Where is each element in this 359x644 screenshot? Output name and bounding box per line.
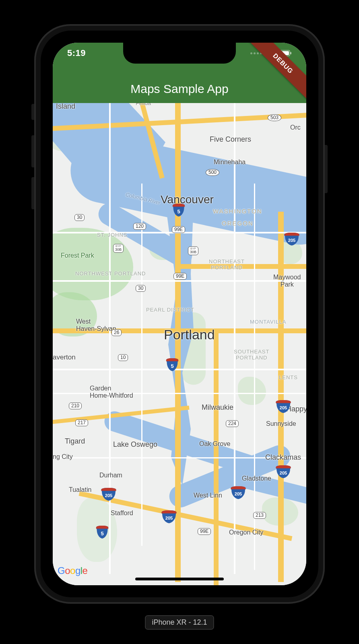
google-attribution: Google bbox=[58, 565, 87, 576]
wifi-icon bbox=[265, 50, 275, 57]
shield-217: 217 bbox=[75, 419, 88, 426]
home-indicator[interactable] bbox=[135, 578, 224, 580]
shield-i205-c: 205 bbox=[275, 465, 292, 478]
shield-i205-b: 205 bbox=[275, 400, 292, 413]
shield-99e-c: 99E bbox=[198, 528, 211, 535]
phone-bezel: Maps Sample App bbox=[41, 31, 318, 597]
street bbox=[234, 103, 235, 574]
label-st-johns: ST. JOHNS bbox=[97, 232, 127, 238]
shield-i205-a: 205 bbox=[283, 233, 300, 246]
phone-frame: Maps Sample App bbox=[34, 24, 325, 604]
status-time: 5:19 bbox=[67, 48, 86, 58]
label-garden-home: Garden Home-Whitford bbox=[90, 385, 133, 399]
shield-i5-a: 5 bbox=[172, 204, 186, 217]
street bbox=[141, 184, 142, 546]
svg-rect-1 bbox=[279, 51, 289, 55]
label-lents: LENTS bbox=[279, 374, 298, 380]
label-se-portland: SOUTHEAST PORTLAND bbox=[234, 349, 269, 361]
shield-99e-b: 99E bbox=[173, 273, 187, 280]
shield-i205-e: 205 bbox=[161, 510, 177, 523]
label-five-corners: Five Corners bbox=[210, 135, 251, 144]
road-99e bbox=[214, 328, 219, 585]
shield-i5-b: 5 bbox=[165, 358, 179, 371]
label-tualatin: Tualatin bbox=[69, 486, 91, 493]
shield-30b-a: 30B bbox=[113, 244, 124, 253]
phone-notch bbox=[123, 43, 236, 64]
simulator-device-label: iPhone XR - 12.1 bbox=[145, 615, 214, 630]
label-forest-park: Forest Park bbox=[61, 252, 94, 259]
label-maywood: Maywood Park bbox=[273, 274, 301, 288]
shield-30: 30 bbox=[74, 214, 85, 221]
shield-30-c: 30 bbox=[136, 285, 146, 292]
shield-30b-b: 30B bbox=[188, 246, 198, 255]
label-vancouver: Vancouver bbox=[161, 193, 214, 206]
label-sunnyside: Sunnyside bbox=[266, 420, 296, 427]
label-gladstone: Gladstone bbox=[242, 475, 271, 482]
shield-500: 500 bbox=[206, 169, 219, 176]
shield-213: 213 bbox=[253, 512, 266, 519]
label-orc: Orc bbox=[290, 124, 301, 131]
shield-120: 120 bbox=[133, 223, 146, 230]
label-oregon: OREGON bbox=[222, 220, 254, 227]
battery-icon bbox=[278, 50, 292, 56]
app-title: Maps Sample App bbox=[130, 82, 228, 96]
label-w-haven: West Haven-Sylvan bbox=[76, 318, 116, 332]
label-lake-oswego: Lake Oswego bbox=[113, 440, 157, 449]
label-oregon-city: Oregon City bbox=[229, 529, 263, 536]
shield-10: 10 bbox=[118, 354, 128, 361]
label-nw-portland: NORTHWEST PORTLAND bbox=[75, 270, 146, 277]
label-stafford: Stafford bbox=[111, 510, 133, 517]
label-tigard: Tigard bbox=[65, 437, 85, 446]
shield-99e-a: 99E bbox=[172, 226, 185, 233]
label-montavilla: MONTAVILLA bbox=[250, 319, 286, 325]
label-washington: WASHINGTON bbox=[213, 208, 262, 215]
label-portland: Portland bbox=[164, 327, 215, 343]
shield-503: 503 bbox=[268, 114, 281, 121]
shield-i205-d: 205 bbox=[100, 488, 117, 501]
street bbox=[109, 103, 111, 574]
phone-screen: Maps Sample App bbox=[53, 43, 306, 585]
shield-224: 224 bbox=[226, 420, 239, 427]
shield-i205-f: 205 bbox=[230, 486, 247, 499]
cellular-dots-icon bbox=[250, 52, 262, 54]
label-west-linn: West Linn bbox=[194, 492, 222, 499]
shield-i5-c: 5 bbox=[95, 526, 109, 539]
label-clackamas: Clackamas bbox=[265, 453, 301, 462]
svg-rect-2 bbox=[290, 52, 291, 54]
street bbox=[53, 369, 306, 370]
label-island: Island bbox=[56, 103, 75, 111]
shield-210: 210 bbox=[69, 402, 82, 409]
label-minnehaha: Minnehaha bbox=[214, 159, 246, 166]
label-pearl: PEARL DISTRICT bbox=[146, 307, 194, 313]
label-milwaukie: Milwaukie bbox=[202, 403, 233, 412]
label-felida: Felida bbox=[136, 103, 151, 106]
label-durham: Durham bbox=[99, 472, 122, 479]
street bbox=[53, 280, 306, 282]
label-ng-city: ng City bbox=[53, 453, 73, 460]
label-beaverton: averton bbox=[53, 353, 76, 361]
label-ne-portland: NORTHEAST PORTLAND bbox=[209, 258, 245, 270]
shield-26: 26 bbox=[111, 329, 122, 336]
label-oak-grove: Oak Grove bbox=[199, 440, 230, 448]
map-view[interactable]: Island Felida Vancouver Five Corners Orc… bbox=[53, 103, 306, 585]
